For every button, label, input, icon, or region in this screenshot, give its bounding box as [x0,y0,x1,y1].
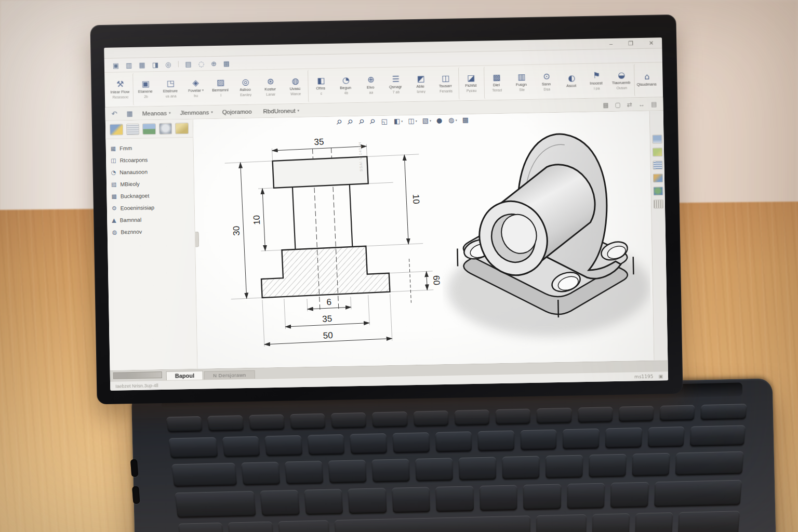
ribbon-diel-tensd[interactable]: ▩ Diel Tensd [484,66,510,99]
ribbon-ebstrure[interactable]: ◳ Ebstrure va ana [158,72,183,105]
view-settings-icon[interactable]: ▩ [462,116,470,123]
ribbon-elvo[interactable]: ⊕ Elvo aa [358,69,384,101]
dimxpert-tab-icon[interactable] [159,123,172,135]
view-palette-icon[interactable] [653,174,662,182]
horizontal-scrollbar[interactable] [113,371,162,379]
sphere-icon[interactable]: ◌ [198,60,205,67]
graphics-canvas[interactable]: ⚲ ⚲ ⚲ ⚲ [193,111,654,369]
doc-tab-inactive[interactable]: N Dersjorawn [204,370,255,380]
hide-show-icon[interactable]: ▧▾ [422,117,432,124]
zoom-area-icon[interactable]: ⚲ [348,118,354,125]
menu-meanoas[interactable]: Meanoas▾ [142,110,171,116]
display-style-icon[interactable]: ◫▾ [408,117,417,124]
ribbon-button-icon: ⚒ [116,80,124,88]
resources-pane-icon[interactable] [652,135,662,143]
view-orientation-icon[interactable]: ◧▾ [394,117,403,124]
ribbon-qisudmans[interactable]: ⌂ Qisudmans [634,63,660,96]
keyboard-key [171,463,237,487]
close-button[interactable]: ✕ [649,40,654,46]
ribbon-etanene[interactable]: ▣ Etanene 2b [132,73,158,105]
keyboard-key [635,512,673,532]
dim-overall-height: 30 [231,225,242,236]
ribbon-ofins[interactable]: ◧ Ofins c [308,70,334,102]
back-icon[interactable]: ↶ [111,110,117,117]
swap-icon[interactable]: ⇄ [627,101,632,108]
design-library-icon[interactable] [652,148,662,156]
keyboard-key [537,408,571,424]
ribbon-tsusarr-fenanls[interactable]: ◫ Tsusarr Fenanls [433,67,459,100]
ribbon-uvasc-warce[interactable]: ◍ Uvasc Warce [283,70,308,103]
ribbon-button-icon: ◎ [242,77,249,86]
tree-item-nanausoon[interactable]: ◔ Nanausoon [111,168,189,176]
table-icon[interactable]: ▤ [185,60,192,67]
ribbon-begun[interactable]: ◔ Begun 4b [333,69,358,102]
configuration-tab-icon[interactable] [142,123,156,135]
tree-item-mbieoly[interactable]: ▤ MBieoly [111,180,189,188]
property-tab-icon[interactable] [126,124,139,135]
zoom-fit-icon[interactable]: ⚲ [336,119,342,126]
keyboard-key [248,414,284,430]
ribbon-abte-izney[interactable]: ◩ Abte Izney [408,68,434,100]
ribbon-ssnn-dsa[interactable]: ⊙ Ssnn Dsa [534,65,560,98]
tree-item-eooeninsisiap[interactable]: ⚙ Eooeninsisiap [112,204,190,211]
ghost-sheet-icon[interactable]: ▤ [651,100,657,108]
custom-properties-icon[interactable] [653,200,663,208]
shaded-sphere-icon[interactable]: ● [436,117,444,124]
maximize-button[interactable]: ❐ [628,41,633,46]
tree-item-rtcoarpons[interactable]: ◫ Rtcoarpons [111,156,189,164]
open-document-icon[interactable]: ▥ [126,61,132,68]
ribbon-fichfst-pyzau[interactable]: ◪ Fichfst Pyzau [458,67,484,100]
ribbon-button-icon: ▨ [217,78,224,86]
menu-qojoramoo[interactable]: Qojoramoo [222,108,254,115]
cloud-icon[interactable]: ◎ [165,61,171,68]
ribbon-ascot[interactable]: ◐ Ascot [559,65,584,98]
file-explorer-icon[interactable] [653,161,662,169]
tree-item-bucknagoet[interactable]: ▩ Bucknagoet [111,192,189,200]
section-view-icon[interactable]: ◱ [381,118,389,125]
sheet-icon[interactable]: ▢ [615,101,621,108]
tree-item-icon: ▲ [112,217,116,223]
tree-item-beznnov[interactable]: ◍ Beznnov [112,228,190,235]
ribbon-inocest[interactable]: ⚑ Inocest i pa [584,64,609,97]
appearances-scene-icon[interactable] [653,187,663,195]
keyboard-key [169,437,218,458]
ribbon-tiaoruemb[interactable]: ◒ Tiaoruemb Ousun [609,64,634,97]
print-icon[interactable]: ◨ [152,61,159,68]
tree-item-bamnnal[interactable]: ▲ Bamnnal [112,216,190,223]
ribbon-kostur-lanar[interactable]: ⊛ Kostur Lanar [258,71,283,103]
ribbon-iniear-flow[interactable]: ⚒ Iniear Flow Reseasoc [108,73,133,106]
sheet-grid-icon[interactable]: ▦ [126,110,133,117]
ribbon-bemsmnl[interactable]: ▨ Bemsmnl I [208,71,233,104]
zoom-in-out-icon[interactable]: ⚲ [359,118,365,125]
save-icon[interactable]: ▦ [139,61,145,68]
rotate-view-icon[interactable]: ⚲ [370,118,376,125]
featuremanager-tab-icon[interactable] [110,124,123,135]
appearance-icon[interactable]: ◍▾ [448,116,457,123]
move-icon[interactable]: ↔ [639,100,645,108]
qat-divider[interactable] [178,61,178,67]
panel-splitter-handle[interactable] [195,232,200,247]
dim-base-width: 50 [323,330,333,341]
grid-icon[interactable]: ▩ [223,60,230,66]
tree-item-fmm[interactable]: ▦ Fmm [111,144,189,152]
menu-rbduroneut[interactable]: RbdUroneut▾ [263,108,299,114]
menu-items: Meanoas▾ Jlenmoans▾ Qojoramoo RbdUroneut… [142,108,300,117]
ribbon-fusgn-ste[interactable]: ▥ Fusgn Ste [509,66,535,99]
keyboard-key [260,490,300,516]
keyboard-key [660,405,695,421]
ribbon-qsnagr[interactable]: ☰ Qsnagr 7 ab [383,68,409,101]
keyboard-key [455,409,490,425]
3d-part-view [440,115,651,348]
display-tab-icon[interactable] [175,123,189,134]
drawing-grid-icon[interactable]: ▩ [603,101,609,109]
menu-jlenmoans[interactable]: Jlenmoans▾ [180,109,212,116]
keyboard-key [372,459,410,482]
ribbon-button-icon: ◫ [442,74,449,82]
rebuild-icon[interactable]: ⊕ [211,60,217,66]
ribbon-fovelar[interactable]: ◈ Fovelar▾ bu [183,72,208,104]
doc-tab-active[interactable]: Bapoul [166,371,204,380]
ribbon-asboo-eardey[interactable]: ◎ Asboo Eardey [233,71,258,103]
minimize-button[interactable]: – [609,41,613,46]
keyboard-key [459,457,496,480]
new-document-icon[interactable]: ▣ [113,62,119,69]
